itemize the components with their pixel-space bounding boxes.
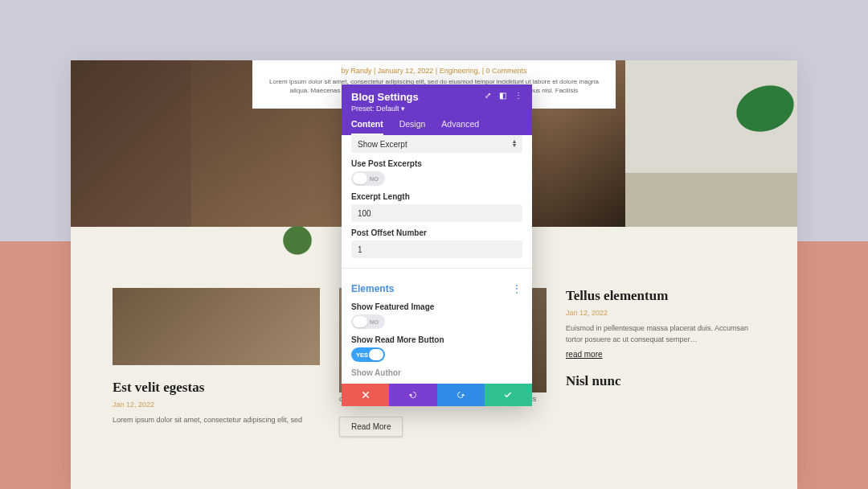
card-excerpt: Euismod in pellentesque massa placerat d… [566, 323, 755, 345]
read-more-button[interactable]: Read More [339, 417, 403, 437]
snap-icon[interactable]: ◧ [499, 91, 506, 100]
modal-tabs: Content Design Advanced [351, 119, 522, 135]
modal-header[interactable]: Blog Settings ⤢ ◧ ⋮ Preset: Default ▾ Co… [342, 84, 532, 135]
read-more-link[interactable]: read more [566, 350, 755, 359]
blog-card-3[interactable]: Tellus elementum Jan 12, 2022 Euismod in… [566, 288, 755, 489]
excerpt-mode-select[interactable]: Show Excerpt ▴▾ [351, 135, 522, 153]
label-show-featured-image: Show Featured Image [351, 302, 522, 311]
hero-img-left [71, 60, 191, 227]
section-title: Elements [351, 283, 512, 294]
plant-leaf [706, 60, 797, 163]
blog-settings-modal: Blog Settings ⤢ ◧ ⋮ Preset: Default ▾ Co… [342, 84, 532, 406]
input-post-offset[interactable]: 1 [351, 240, 522, 258]
cancel-button[interactable] [342, 384, 389, 406]
card-title: Est velit egestas [113, 380, 320, 396]
label-use-post-excerpts: Use Post Excerpts [351, 159, 522, 168]
tab-advanced[interactable]: Advanced [441, 119, 479, 129]
preset-dropdown[interactable]: Preset: Default ▾ [351, 103, 522, 119]
label-show-read-more: Show Read More Button [351, 335, 522, 344]
updown-icon: ▴▾ [513, 140, 516, 148]
card-title-2: Nisl nunc [566, 373, 755, 389]
modal-body: Show Excerpt ▴▾ Use Post Excerpts NO Exc… [342, 135, 532, 384]
toggle-use-post-excerpts[interactable]: NO [351, 171, 385, 186]
input-excerpt-length[interactable]: 100 [351, 204, 522, 222]
toggle-show-read-more[interactable]: YES [351, 347, 385, 362]
post-byline: by Randy | January 12, 2022 | Engineerin… [268, 67, 600, 75]
kebab-icon[interactable]: ⋮ [514, 91, 522, 100]
modal-title: Blog Settings [351, 91, 485, 103]
undo-button[interactable] [389, 384, 436, 406]
label-show-author: Show Author [351, 368, 522, 377]
card-date: Jan 12, 2022 [113, 401, 320, 409]
save-button[interactable] [485, 384, 532, 406]
redo-button[interactable] [437, 384, 485, 406]
card-title: Tellus elementum [566, 288, 755, 304]
label-post-offset: Post Offset Number [351, 228, 522, 237]
blog-card-1[interactable]: Est velit egestas Jan 12, 2022 Lorem ips… [113, 288, 320, 489]
expand-icon[interactable]: ⤢ [485, 91, 491, 100]
section-divider [342, 268, 532, 269]
label-excerpt-length: Excerpt Length [351, 192, 522, 201]
modal-footer [342, 384, 532, 406]
card-date: Jan 12, 2022 [566, 309, 755, 317]
select-value: Show Excerpt [358, 140, 407, 149]
card-thumb [113, 288, 320, 365]
toggle-show-featured-image[interactable]: NO [351, 314, 385, 329]
tab-content[interactable]: Content [351, 119, 383, 135]
section-elements[interactable]: Elements ⋮ [342, 278, 532, 296]
tab-design[interactable]: Design [399, 119, 426, 129]
kebab-icon[interactable]: ⋮ [512, 283, 522, 294]
card-excerpt: Lorem ipsum dolor sit amet, consectetur … [113, 415, 320, 426]
